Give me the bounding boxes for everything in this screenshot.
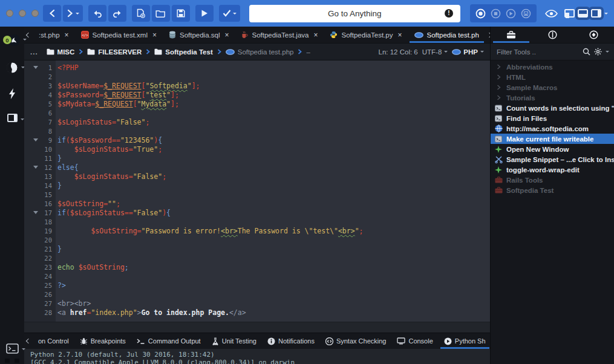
filter-tools-input[interactable] (495, 48, 579, 56)
back-button[interactable] (43, 5, 61, 22)
fold-arrow-icon[interactable] (24, 209, 40, 216)
code-line[interactable]: 20 (24, 235, 490, 244)
redo-button[interactable] (108, 5, 126, 22)
breadcrumb-item[interactable]: Softpedia Test (154, 48, 212, 56)
encoding-selector[interactable]: UTF-8 (422, 48, 448, 56)
terminal-button[interactable] (6, 343, 19, 354)
code-line[interactable]: 19 $sOutString="Password is error!<br>Th… (24, 226, 490, 235)
code-editor[interactable]: 1<?PHP23$sUserName=$_REQUEST["Softpedia"… (24, 60, 490, 322)
toolbox-item[interactable]: Softpedia Test (491, 185, 614, 195)
code-line[interactable]: 15 (24, 190, 490, 199)
zoom-window-button[interactable] (31, 10, 39, 17)
stop-macro-icon[interactable] (491, 8, 501, 19)
toolbox-item[interactable]: toggle-word-wrap-edit (491, 164, 614, 175)
bottom-tab[interactable]: on Control (33, 333, 74, 349)
komodo-dropdown-icon[interactable] (23, 39, 27, 42)
minimize-window-button[interactable] (19, 10, 26, 17)
breadcrumb-item[interactable]: – (306, 48, 310, 56)
tabs-scroll-right-button[interactable] (485, 27, 490, 43)
code-line[interactable]: 22 (24, 253, 490, 262)
file-tab[interactable]: Softpedia test.ph (408, 27, 485, 43)
close-tab-icon[interactable]: × (398, 31, 402, 39)
code-line[interactable]: 28<a href="index.php">Go to index.php Pa… (24, 308, 490, 317)
close-tab-icon[interactable]: × (224, 31, 229, 39)
file-tab[interactable]: SoftpediaTest.py× (324, 27, 408, 43)
code-line[interactable]: 10 $sLoginStatus="True"; (24, 145, 490, 154)
close-tab-icon[interactable]: × (65, 31, 69, 39)
code-line[interactable]: 7$sLoginStatus="False"; (24, 117, 490, 126)
code-line[interactable]: 14} (24, 181, 490, 190)
code-line[interactable]: 4$sPassword=$_REQUEST["test"]; (24, 90, 490, 99)
dock-tab-sync[interactable] (573, 27, 614, 43)
file-tab[interactable]: :st.php× (33, 27, 75, 43)
code-line[interactable]: 24 (24, 271, 490, 281)
language-selector[interactable]: PHP (452, 48, 484, 56)
toggle-left-pane-button[interactable] (564, 9, 575, 18)
close-window-button[interactable] (6, 10, 13, 17)
code-line[interactable]: 9if($sPassword=="123456"){ (24, 135, 490, 145)
breadcrumb-item[interactable]: Softpedia test.php (226, 48, 294, 56)
save-button[interactable] (172, 5, 190, 22)
open-file-button[interactable] (152, 5, 170, 22)
file-tab[interactable]: </>Softpedia test.xml× (75, 27, 163, 43)
forward-button[interactable] (63, 5, 83, 22)
browser-preview-button[interactable] (6, 62, 18, 74)
file-tab[interactable]: Softpedia.sql× (163, 27, 235, 43)
code-line[interactable]: 27<br><br> (24, 299, 490, 308)
play-macro-icon[interactable] (506, 8, 516, 19)
fold-arrow-icon[interactable] (24, 163, 40, 171)
toolbox-item[interactable]: Make current file writeable (491, 134, 614, 144)
file-tab[interactable]: SoftpediaTest.java× (235, 27, 324, 43)
code-line[interactable]: 23echo $sOutString; (24, 262, 490, 271)
toggle-right-pane-button[interactable] (591, 9, 601, 18)
toolbox-item[interactable]: Sample Snippet – ...e Click to Insert (491, 154, 614, 164)
code-line[interactable]: 5$sMydata=$_REQUEST["Mydata"]; (24, 99, 490, 108)
code-line[interactable]: 3$sUserName=$_REQUEST["Softpedia"]; (24, 81, 490, 90)
code-line[interactable]: 1<?PHP (24, 63, 490, 72)
toolbox-item[interactable]: Tutorials (491, 93, 614, 103)
fold-arrow-icon[interactable] (24, 136, 40, 144)
toolbox-item[interactable]: Abbreviations (491, 62, 614, 72)
code-line[interactable]: 25?> (24, 281, 490, 290)
editor-scroll-area[interactable] (24, 322, 490, 333)
record-macro-icon[interactable] (475, 8, 486, 19)
pane-layout-button[interactable] (7, 114, 18, 122)
toolbox-item[interactable]: Sample Macros (491, 82, 614, 93)
code-line[interactable]: 16$sOutString=""; (24, 199, 490, 208)
terminal-dropdown-icon[interactable] (22, 348, 25, 352)
dock-tab-notifications[interactable] (532, 27, 573, 43)
bottom-tab[interactable]: Unit Testing (206, 333, 262, 349)
quick-launch-button[interactable] (8, 88, 16, 99)
check-button[interactable] (219, 5, 240, 22)
new-file-button[interactable] (132, 5, 150, 22)
gear-dropdown-icon[interactable] (606, 51, 609, 54)
check-dropdown-icon[interactable] (233, 13, 237, 16)
bottom-tab[interactable]: Command Output (131, 333, 206, 349)
breadcrumb-overflow-button[interactable]: ... (30, 48, 38, 56)
close-tab-icon[interactable]: × (152, 31, 157, 39)
go-to-anything-input[interactable] (249, 5, 460, 22)
go-to-anything-box[interactable]: ! (249, 5, 460, 22)
dock-tab-toolbox[interactable] (491, 27, 532, 43)
breadcrumb-item[interactable]: MISC (47, 48, 75, 56)
python-shell-console[interactable]: Python 2.7.10 (default, Jul 30 2016, 18:… (24, 349, 490, 364)
code-line[interactable]: 2 (24, 72, 490, 81)
bottom-tab[interactable]: Notifications (262, 333, 320, 349)
bottom-tab[interactable]: Console (391, 333, 438, 349)
toggle-bottom-pane-button[interactable] (578, 9, 588, 18)
gear-icon[interactable] (594, 48, 602, 56)
toolbox-item[interactable]: Count words in selection using "wc" (491, 103, 614, 113)
bottom-tabs-scroll-left-button[interactable] (24, 333, 33, 349)
toolbox-item[interactable]: Open New Window (491, 144, 614, 154)
code-line[interactable]: 8 (24, 126, 490, 135)
search-icon[interactable] (583, 48, 590, 56)
fold-arrow-icon[interactable] (24, 63, 40, 71)
toolbox-item[interactable]: Find in Files (491, 113, 614, 123)
code-line[interactable]: 11} (24, 154, 490, 163)
run-button[interactable] (195, 5, 214, 22)
toolbox-item[interactable]: http://mac.softpedia.com (491, 123, 614, 134)
toolbox-item[interactable]: HTML (491, 72, 614, 82)
code-line[interactable]: 18 (24, 217, 490, 226)
undo-button[interactable] (88, 5, 106, 22)
code-line[interactable]: 6 (24, 108, 490, 117)
